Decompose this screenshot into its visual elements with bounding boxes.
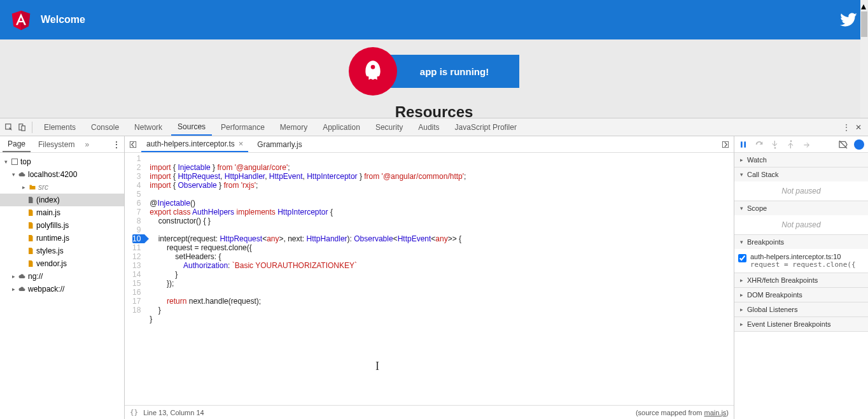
tree-runtime[interactable]: runtime.js (0, 232, 124, 245)
pane-global[interactable]: ▸Global Listeners (734, 302, 868, 316)
tree-polyfills[interactable]: polyfills.js (0, 219, 124, 232)
app-title: Welcome (41, 14, 85, 25)
breakpoint-item[interactable]: auth-helpers.interceptor.ts:10 request =… (738, 252, 864, 270)
debugger-toolbar (734, 136, 868, 153)
step-into-icon[interactable] (770, 139, 780, 150)
twitter-icon[interactable] (840, 11, 858, 29)
pretty-print-icon[interactable]: {} (130, 408, 138, 416)
pane-breakpoints[interactable]: ▾Breakpoints (734, 235, 868, 249)
deactivate-breakpoints-icon[interactable] (838, 139, 848, 150)
nav-more-icon[interactable]: » (85, 140, 89, 149)
code-lines[interactable]: import { Injectable } from '@angular/cor… (144, 153, 466, 405)
cursor-position: Line 13, Column 14 (143, 409, 204, 416)
tab-audits[interactable]: Audits (412, 118, 445, 136)
devtools-close-icon[interactable]: ✕ (855, 123, 862, 132)
svg-point-10 (774, 147, 776, 149)
tab-application[interactable]: Application (316, 118, 367, 136)
pane-dom[interactable]: ▸DOM Breakpoints (734, 288, 868, 302)
resources-heading: Resources (0, 103, 868, 118)
svg-point-11 (790, 140, 792, 142)
tab-performance[interactable]: Performance (214, 118, 271, 136)
pane-callstack[interactable]: ▾Call Stack (734, 167, 868, 181)
nav-tab-page[interactable]: Page (3, 136, 31, 152)
device-toggle-icon[interactable] (17, 122, 27, 132)
nav-menu-icon[interactable]: ⋮ (113, 140, 120, 149)
tree-vendor[interactable]: vendor.js (0, 257, 124, 270)
navigator-panel: Page Filesystem » ⋮ ▾top ▾localhost:4200… (0, 136, 125, 419)
editor-panel: auth-helpers.interceptor.ts× Grammarly.j… (125, 136, 734, 419)
pane-scope[interactable]: ▾Scope (734, 201, 868, 215)
source-mapped-label: (source mapped from main.js) (636, 409, 729, 416)
pane-watch[interactable]: ▸Watch (734, 153, 868, 167)
breakpoint-checkbox[interactable] (738, 254, 746, 262)
page-scrollbar[interactable]: ▴ (860, 0, 868, 118)
editor-tabbar: auth-helpers.interceptor.ts× Grammarly.j… (125, 136, 734, 153)
app-header: Welcome (0, 0, 868, 39)
tree-top[interactable]: ▾top (0, 155, 124, 168)
pane-xhr[interactable]: ▸XHR/fetch Breakpoints (734, 273, 868, 287)
tab-network[interactable]: Network (128, 118, 169, 136)
devtools-menu-icon[interactable]: ⋮ (843, 123, 850, 132)
tree-ng[interactable]: ▸ng:// (0, 270, 124, 283)
breakpoint-file: auth-helpers.interceptor.ts:10 (750, 253, 856, 260)
tab-memory[interactable]: Memory (274, 118, 314, 136)
tab-sources[interactable]: Sources (171, 118, 212, 136)
tree-host[interactable]: ▾localhost:4200 (0, 168, 124, 181)
angular-logo-icon (10, 8, 32, 31)
tree-index[interactable]: (index) (0, 194, 124, 206)
step-out-icon[interactable] (786, 139, 796, 150)
nav-expand-icon[interactable] (721, 140, 730, 149)
editor-tab-interceptor[interactable]: auth-helpers.interceptor.ts× (141, 136, 248, 152)
pane-event[interactable]: ▸Event Listener Breakpoints (734, 317, 868, 331)
line-gutter[interactable]: 123456789101112131415161718 (125, 153, 144, 405)
editor-tab-grammarly[interactable]: Grammarly.js (252, 136, 307, 152)
svg-rect-4 (22, 125, 25, 131)
code-editor[interactable]: 123456789101112131415161718 import { Inj… (125, 153, 734, 405)
svg-rect-6 (130, 141, 136, 147)
nav-collapse-icon[interactable] (129, 140, 137, 149)
banner-row: app is running! (0, 47, 868, 96)
step-over-icon[interactable] (754, 139, 764, 150)
debugger-panel: ▸Watch ▾Call Stack Not paused ▾Scope Not… (734, 136, 868, 419)
nav-tab-fs[interactable]: Filesystem (33, 136, 80, 152)
svg-rect-5 (12, 159, 18, 165)
callstack-not-paused: Not paused (738, 184, 864, 198)
pause-icon[interactable] (738, 139, 748, 150)
pause-on-exceptions-icon[interactable] (854, 139, 864, 150)
tab-jsprofiler[interactable]: JavaScript Profiler (449, 118, 523, 136)
close-tab-icon[interactable]: × (239, 139, 244, 148)
svg-rect-9 (744, 141, 746, 147)
running-chip: app is running! (389, 55, 519, 88)
tree-styles[interactable]: styles.js (0, 245, 124, 257)
editor-status-bar: {} Line 13, Column 14 (source mapped fro… (125, 405, 734, 419)
step-icon[interactable] (802, 139, 812, 150)
devtools: Elements Console Network Sources Perform… (0, 118, 868, 419)
text-cursor-icon: I (375, 360, 379, 373)
scope-not-paused: Not paused (738, 218, 864, 232)
devtools-tabbar: Elements Console Network Sources Perform… (0, 118, 868, 136)
file-tree: ▾top ▾localhost:4200 ▸src (index) main.j… (0, 153, 124, 298)
tab-elements[interactable]: Elements (38, 118, 82, 136)
tree-webpack[interactable]: ▸webpack:// (0, 283, 124, 295)
app-preview: Welcome app is running! Resources ▴ (0, 0, 868, 118)
tab-console[interactable]: Console (85, 118, 125, 136)
tree-mainjs[interactable]: main.js (0, 206, 124, 219)
svg-rect-8 (741, 141, 743, 147)
tree-src[interactable]: ▸src (0, 181, 124, 194)
tab-security[interactable]: Security (369, 118, 409, 136)
rocket-icon (349, 47, 397, 96)
inspect-icon[interactable] (4, 122, 14, 132)
svg-rect-7 (722, 141, 728, 147)
source-map-link[interactable]: main.js (704, 409, 726, 416)
breakpoint-code: request = request.clone({ (750, 260, 856, 269)
